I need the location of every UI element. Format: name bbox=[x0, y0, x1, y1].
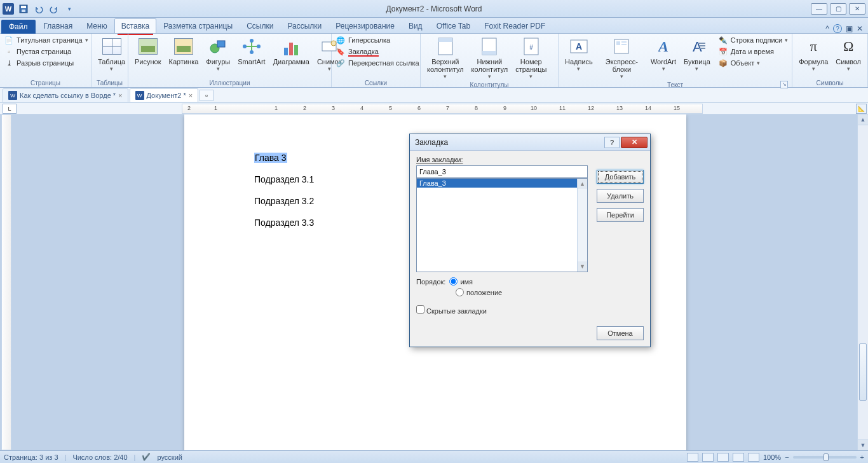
help-icon[interactable]: ? bbox=[833, 24, 842, 33]
app-icon: W bbox=[3, 3, 14, 15]
selected-text[interactable]: Глава 3 bbox=[254, 153, 287, 163]
footer-button[interactable]: Нижний колонтитул bbox=[469, 35, 511, 81]
status-language[interactable]: русский bbox=[157, 453, 182, 461]
blank-page-button[interactable]: ▫️Пустая страница bbox=[4, 46, 88, 57]
file-tab[interactable]: Файл bbox=[1, 20, 36, 34]
table-button[interactable]: Таблица bbox=[95, 35, 128, 73]
bookmark-list-item[interactable]: Глава_3 bbox=[417, 179, 587, 188]
close-tab-icon[interactable]: × bbox=[189, 92, 193, 99]
restore-icon[interactable]: ▣ bbox=[846, 24, 853, 33]
dialog-close-button[interactable]: ✕ bbox=[621, 137, 648, 148]
order-position-radio[interactable]: положение bbox=[456, 288, 502, 296]
dropcap-button[interactable]: AБуквица bbox=[681, 35, 713, 73]
dialog-title: Закладка bbox=[415, 138, 448, 147]
crossref-button[interactable]: 🔗Перекрестная ссылка bbox=[336, 58, 419, 68]
close-doc-icon[interactable]: ✕ bbox=[857, 24, 863, 33]
close-tab-icon[interactable]: × bbox=[118, 92, 122, 99]
scroll-up-icon[interactable]: ▲ bbox=[858, 114, 868, 125]
save-icon[interactable] bbox=[17, 2, 31, 16]
equation-button[interactable]: πФормула bbox=[796, 35, 831, 73]
zoom-knob[interactable] bbox=[824, 453, 829, 461]
goto-button[interactable]: Перейти bbox=[597, 208, 644, 222]
tab-references[interactable]: Ссылки bbox=[240, 18, 280, 33]
view-outline-icon[interactable] bbox=[733, 453, 744, 462]
cover-page-button[interactable]: 📄Титульная страница bbox=[4, 35, 88, 45]
clipart-button[interactable]: Картинка bbox=[166, 35, 201, 67]
hidden-bookmarks-checkbox[interactable]: Скрытые закладки bbox=[416, 305, 487, 315]
hyperlink-button[interactable]: 🌐Гиперссылка bbox=[336, 35, 419, 45]
textbox-button[interactable]: AНадпись bbox=[562, 35, 595, 73]
doc-tab-2[interactable]: WДокумент2 *× bbox=[130, 88, 199, 102]
status-page[interactable]: Страница: 3 из 3 bbox=[4, 453, 58, 461]
zoom-slider[interactable] bbox=[793, 456, 857, 459]
bookmark-list[interactable]: Глава_3 ▲▼ bbox=[416, 178, 588, 272]
signature-icon: ✒️ bbox=[718, 35, 728, 45]
vertical-scrollbar[interactable]: ▲ ▼ bbox=[857, 114, 868, 450]
cancel-button[interactable]: Отмена bbox=[597, 326, 644, 340]
new-tab-button[interactable]: ▫ bbox=[200, 90, 214, 101]
shapes-button[interactable]: Фигуры bbox=[203, 35, 233, 73]
minimize-button[interactable]: — bbox=[811, 3, 827, 15]
order-name-radio[interactable]: имя bbox=[449, 277, 473, 286]
scroll-thumb[interactable] bbox=[859, 343, 867, 401]
bookmark-dialog: Закладка ? ✕ Имя закладки: Глава_3 ▲▼ До… bbox=[409, 134, 651, 347]
svg-rect-26 bbox=[699, 48, 705, 49]
dialog-help-button[interactable]: ? bbox=[604, 137, 620, 148]
symbol-button[interactable]: ΩСимвол bbox=[833, 35, 864, 73]
tab-pagelayout[interactable]: Разметка страницы bbox=[156, 18, 240, 33]
datetime-button[interactable]: 📅Дата и время bbox=[718, 46, 788, 57]
view-fullscreen-icon[interactable] bbox=[702, 453, 714, 462]
ribbon-minimize-icon[interactable]: ^ bbox=[825, 24, 829, 33]
dialog-titlebar[interactable]: Закладка ? ✕ bbox=[410, 134, 650, 151]
signature-line-button[interactable]: ✒️Строка подписи bbox=[718, 35, 788, 45]
list-scrollbar[interactable]: ▲▼ bbox=[577, 179, 587, 272]
chart-button[interactable]: Диаграмма bbox=[271, 35, 312, 67]
view-web-icon[interactable] bbox=[717, 453, 729, 462]
horizontal-ruler[interactable]: 2 1 1 2 3 4 5 6 7 8 9 10 11 12 13 14 15 bbox=[182, 104, 703, 114]
scroll-down-icon[interactable]: ▼ bbox=[858, 439, 868, 450]
tab-selector[interactable]: L bbox=[3, 104, 17, 114]
tab-insert[interactable]: Вставка bbox=[114, 18, 157, 33]
status-zoom[interactable]: 100% bbox=[763, 453, 781, 461]
wordart-button[interactable]: AWordArt bbox=[648, 35, 679, 73]
pagenumber-icon: # bbox=[521, 36, 541, 57]
bookmark-name-input[interactable] bbox=[416, 165, 588, 178]
svg-rect-1 bbox=[21, 6, 26, 8]
page-break-button[interactable]: ⤓Разрыв страницы bbox=[4, 58, 88, 68]
maximize-button[interactable]: ▢ bbox=[830, 3, 846, 15]
pagenumber-button[interactable]: #Номер страницы bbox=[513, 35, 549, 81]
add-button[interactable]: Добавить bbox=[597, 170, 644, 184]
object-button[interactable]: 📦Объект bbox=[718, 58, 788, 68]
zoom-in-button[interactable]: + bbox=[860, 453, 864, 461]
proofing-icon[interactable]: ✔️ bbox=[142, 453, 151, 461]
delete-button[interactable]: Удалить bbox=[597, 189, 644, 203]
status-words[interactable]: Число слов: 2/40 bbox=[72, 453, 127, 461]
zoom-out-button[interactable]: − bbox=[785, 453, 789, 461]
undo-icon[interactable] bbox=[32, 2, 46, 16]
tab-mailings[interactable]: Рассылки bbox=[280, 18, 329, 33]
view-draft-icon[interactable] bbox=[748, 453, 759, 462]
view-print-layout-icon[interactable] bbox=[687, 453, 698, 462]
text-group-launcher[interactable]: ↘ bbox=[780, 81, 788, 88]
close-button[interactable]: ✕ bbox=[849, 3, 865, 15]
tab-menu[interactable]: Меню bbox=[79, 18, 114, 33]
tab-review[interactable]: Рецензирование bbox=[329, 18, 402, 33]
list-scroll-up-icon[interactable]: ▲ bbox=[578, 179, 587, 189]
quickparts-button[interactable]: Экспресс-блоки bbox=[598, 35, 646, 81]
symbol-icon: Ω bbox=[838, 36, 858, 57]
ruler-toggle-icon[interactable]: 📐 bbox=[856, 104, 867, 114]
smartart-button[interactable]: SmartArt bbox=[235, 35, 268, 67]
tab-home[interactable]: Главная bbox=[37, 18, 80, 33]
list-scroll-down-icon[interactable]: ▼ bbox=[578, 261, 587, 272]
svg-point-7 bbox=[250, 39, 254, 43]
vertical-ruler[interactable] bbox=[1, 114, 11, 450]
tab-view[interactable]: Вид bbox=[402, 18, 430, 33]
qat-customize-icon[interactable]: ▾ bbox=[62, 2, 76, 16]
redo-icon[interactable] bbox=[47, 2, 61, 16]
bookmark-button[interactable]: 🔖Закладка bbox=[336, 46, 419, 57]
header-button[interactable]: Верхний колонтитул bbox=[424, 35, 466, 81]
doc-tab-1[interactable]: WКак сделать ссылку в Ворде *× bbox=[3, 88, 128, 102]
tab-officetab[interactable]: Office Tab bbox=[430, 18, 478, 33]
tab-foxit[interactable]: Foxit Reader PDF bbox=[477, 18, 552, 33]
picture-button[interactable]: Рисунок bbox=[132, 35, 164, 67]
